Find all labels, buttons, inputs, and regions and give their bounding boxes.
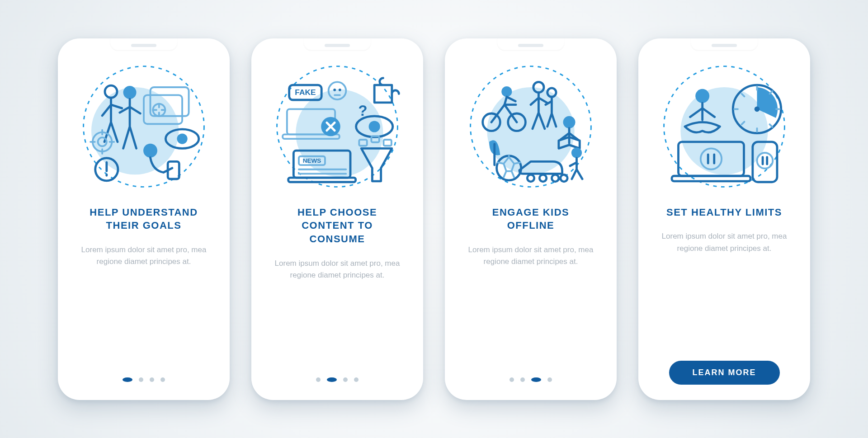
onboarding-screen-1: HELP UNDERSTAND THEIR GOALS Lorem ipsum … — [58, 38, 230, 400]
svg-point-41 — [563, 116, 576, 128]
svg-point-47 — [571, 147, 582, 158]
screen-body: Lorem ipsum dolor sit amet pro, mea regi… — [274, 258, 401, 282]
dot-3[interactable] — [343, 377, 348, 382]
svg-point-52 — [755, 106, 760, 112]
svg-point-11 — [143, 143, 157, 157]
pagination-dots — [509, 377, 552, 382]
dot-4[interactable] — [354, 377, 359, 382]
dot-1[interactable] — [509, 377, 514, 382]
dot-2[interactable] — [139, 377, 143, 382]
onboarding-screen-2: FAKE ? NEWS — [251, 38, 423, 400]
svg-text:NEWS: NEWS — [303, 157, 321, 164]
phone-notch — [110, 38, 178, 51]
dot-1[interactable] — [123, 377, 132, 382]
dot-4[interactable] — [547, 377, 552, 382]
svg-point-46 — [561, 174, 567, 181]
screen-body: Lorem ipsum dolor sit amet pro, mea regi… — [661, 231, 788, 254]
dot-3[interactable] — [150, 377, 154, 382]
dot-1[interactable] — [316, 377, 321, 382]
dot-4[interactable] — [160, 377, 165, 382]
pagination-dots — [123, 377, 165, 382]
onboarding-screen-4: SET HEALTHY LIMITS Lorem ipsum dolor sit… — [638, 38, 810, 400]
onboarding-screen-3: ENGAGE KIDS OFFLINE Lorem ipsum dolor si… — [445, 38, 617, 400]
screen-body: Lorem ipsum dolor sit amet pro, mea regi… — [80, 244, 207, 268]
phone-notch — [497, 38, 565, 51]
svg-point-45 — [552, 174, 558, 181]
content-illustration: FAKE ? NEWS — [272, 61, 403, 192]
svg-point-44 — [539, 174, 546, 181]
svg-point-1 — [91, 87, 179, 174]
phone-notch — [303, 38, 371, 51]
dot-2[interactable] — [327, 377, 337, 382]
screen-title: HELP CHOOSE CONTENT TO CONSUME — [274, 206, 401, 246]
svg-point-3 — [123, 86, 137, 99]
svg-point-26 — [369, 121, 380, 132]
svg-point-43 — [527, 174, 534, 181]
screen-body: Lorem ipsum dolor sit amet pro, mea regi… — [467, 244, 594, 268]
learn-more-button[interactable]: LEARN MORE — [669, 361, 780, 385]
screen-title: HELP UNDERSTAND THEIR GOALS — [80, 206, 207, 232]
offline-illustration — [465, 61, 596, 192]
svg-point-20 — [339, 88, 341, 91]
goals-illustration — [78, 61, 209, 192]
screen-title: ENGAGE KIDS OFFLINE — [467, 206, 594, 232]
limits-illustration — [659, 61, 790, 192]
pagination-dots — [316, 377, 359, 382]
svg-point-38 — [501, 86, 512, 97]
svg-point-57 — [757, 153, 773, 169]
svg-point-50 — [695, 89, 709, 103]
svg-rect-54 — [672, 176, 750, 181]
dot-3[interactable] — [531, 377, 541, 382]
phone-notch — [690, 38, 758, 51]
dot-2[interactable] — [520, 377, 525, 382]
svg-rect-33 — [383, 140, 391, 146]
svg-text:FAKE: FAKE — [295, 88, 316, 97]
svg-point-8 — [177, 133, 187, 144]
screen-title: SET HEALTHY LIMITS — [666, 206, 782, 219]
svg-rect-28 — [288, 178, 356, 182]
onboarding-stage: HELP UNDERSTAND THEIR GOALS Lorem ipsum … — [0, 0, 868, 438]
svg-point-19 — [333, 88, 336, 91]
